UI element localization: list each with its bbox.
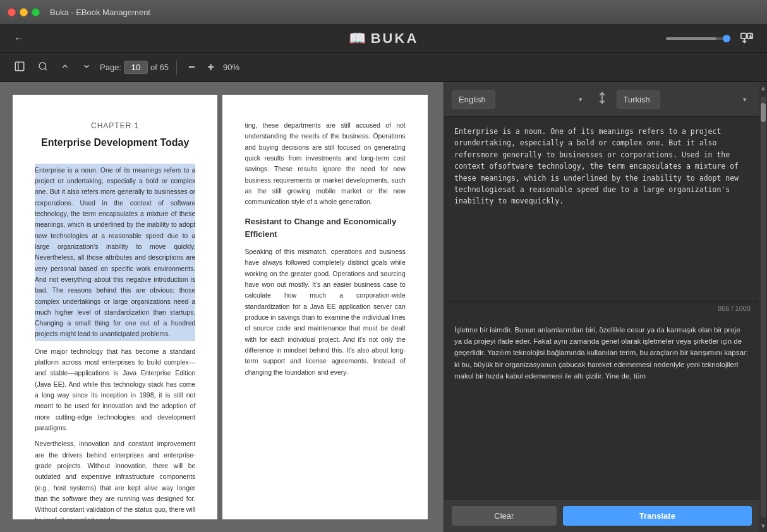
right-page: ting, these departments are still accuse… <box>222 95 427 519</box>
section-heading: Resistant to Change and Economically Eff… <box>245 215 405 242</box>
content-area: CHAPTER 1 Enterprise Development Today E… <box>0 82 767 532</box>
minimize-button[interactable] <box>20 8 28 16</box>
right-paragraph-2: Speaking of this mismatch, operations an… <box>245 246 405 378</box>
translation-result: İşletme bir isimdir. Bunun anlamlarından… <box>444 315 759 500</box>
left-page: CHAPTER 1 Enterprise Development Today E… <box>13 95 217 519</box>
target-language-select[interactable]: Turkish English French German <box>617 90 660 109</box>
back-button[interactable]: ← <box>10 30 28 47</box>
translate-button[interactable]: Translate <box>563 506 752 526</box>
translation-actions: Clear Translate <box>444 499 759 532</box>
source-language-select[interactable]: English French German Spanish <box>452 90 495 109</box>
page-input[interactable] <box>124 61 148 74</box>
scrollbar-track[interactable] <box>761 97 766 517</box>
window-title: Buka - EBook Management <box>50 8 150 17</box>
maximize-button[interactable] <box>32 8 40 16</box>
svg-rect-0 <box>741 33 746 38</box>
scroll-down-arrow[interactable]: ▼ <box>760 520 766 532</box>
brightness-slider[interactable] <box>666 37 729 40</box>
scrollbar[interactable]: ▲ ▼ <box>759 82 767 532</box>
brand-name: BUKA <box>371 30 419 47</box>
clear-button[interactable]: Clear <box>452 506 557 526</box>
page-up-button[interactable] <box>57 59 73 76</box>
language-selector-row: English French German Spanish Turkish En… <box>444 82 759 116</box>
page-down-button[interactable] <box>78 59 95 76</box>
source-text-area[interactable]: Enterprise is a noun. One of its meaning… <box>444 116 759 301</box>
paragraph-2: One major technology that has become a s… <box>35 346 195 434</box>
right-paragraph-1: ting, these departments are still accuse… <box>245 120 405 208</box>
zoom-level: 90% <box>223 63 239 72</box>
translate-icon-button[interactable] <box>737 28 757 49</box>
zoom-in-button[interactable]: + <box>203 58 218 76</box>
translation-panel: English French German Spanish Turkish En… <box>444 82 759 532</box>
brand-icon: 📖 <box>349 30 366 47</box>
svg-point-4 <box>39 63 46 70</box>
page-label: Page: <box>100 63 121 72</box>
scroll-up-arrow[interactable]: ▲ <box>760 82 766 94</box>
highlighted-paragraph[interactable]: Enterprise is a noun. One of its meaning… <box>35 164 195 341</box>
secondary-toolbar: Page: of 65 − + 90% <box>0 53 767 82</box>
scrollbar-thumb[interactable] <box>761 103 766 122</box>
paragraph-3: Nevertheless, innovation and constant im… <box>35 438 195 519</box>
page-total: of 65 <box>150 63 169 72</box>
chapter-label: CHAPTER 1 <box>35 120 195 132</box>
char-count: 866 / 1000 <box>444 301 759 315</box>
sidebar-toggle-button[interactable] <box>10 58 29 77</box>
traffic-lights <box>8 8 40 16</box>
source-lang-wrapper[interactable]: English French German Spanish <box>452 90 588 109</box>
title-bar: Buka - EBook Management <box>0 0 767 24</box>
search-button[interactable] <box>34 59 52 76</box>
page-navigation: Page: of 65 <box>100 61 169 74</box>
swap-languages-button[interactable] <box>593 88 612 110</box>
main-toolbar: ← 📖 BUKA <box>0 24 767 53</box>
chapter-title: Enterprise Development Today <box>35 135 195 151</box>
zoom-out-button[interactable]: − <box>184 58 199 76</box>
book-container: CHAPTER 1 Enterprise Development Today E… <box>0 82 444 532</box>
svg-rect-2 <box>15 62 24 71</box>
svg-line-5 <box>45 68 47 70</box>
close-button[interactable] <box>8 8 16 16</box>
target-lang-wrapper[interactable]: Turkish English French German <box>617 90 752 109</box>
